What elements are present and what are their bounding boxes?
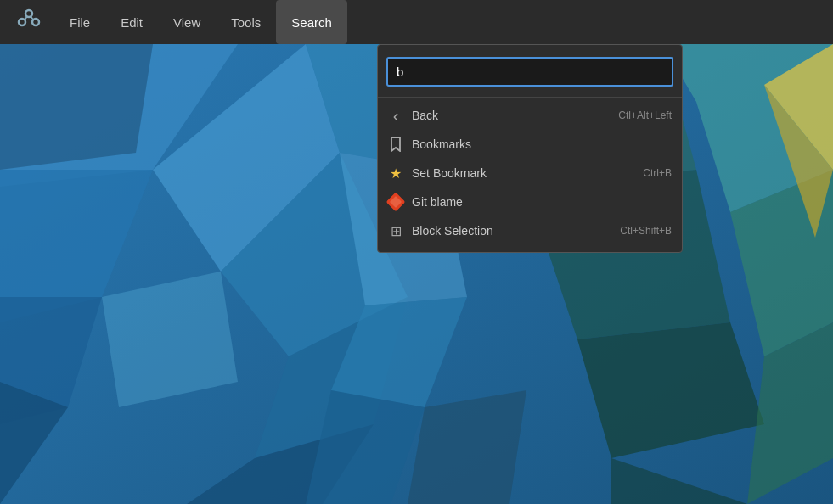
item-label-set-bookmark: Set Bookmark — [412, 166, 634, 180]
svg-point-27 — [32, 19, 39, 25]
menu-item-git-blame[interactable]: Git blame — [378, 188, 682, 216]
git-icon — [388, 194, 403, 210]
item-label-back: Back — [412, 109, 610, 122]
shortcut-set-bookmark: Ctrl+B — [643, 167, 672, 179]
menu-item-set-bookmark[interactable]: Set Bookmark Ctrl+B — [378, 159, 682, 188]
svg-point-26 — [25, 10, 32, 17]
menu-search[interactable]: Search — [276, 0, 347, 44]
search-input-wrap — [378, 52, 682, 95]
back-icon — [388, 108, 403, 123]
star-icon — [388, 165, 403, 181]
item-label-bookmarks: Bookmarks — [412, 137, 663, 151]
shortcut-back: Ctl+Alt+Left — [618, 109, 672, 121]
dropdown-divider — [378, 97, 682, 98]
menu-item-back[interactable]: Back Ctl+Alt+Left — [378, 101, 682, 130]
menu-file[interactable]: File — [54, 0, 105, 44]
menu-edit[interactable]: Edit — [105, 0, 158, 44]
shortcut-block-selection: Ctl+Shift+B — [620, 225, 672, 237]
menu-item-bookmarks[interactable]: Bookmarks — [378, 130, 682, 159]
bookmarks-icon — [388, 137, 403, 152]
menubar: File Edit View Tools Search — [0, 0, 833, 44]
block-icon — [388, 223, 403, 238]
menu-view[interactable]: View — [158, 0, 216, 44]
menu-tools[interactable]: Tools — [216, 0, 276, 44]
svg-marker-21 — [0, 44, 153, 170]
app-logo — [10, 3, 48, 41]
search-dropdown: Back Ctl+Alt+Left Bookmarks Set Bookmark… — [377, 44, 683, 253]
menu-item-block-selection[interactable]: Block Selection Ctl+Shift+B — [378, 216, 682, 245]
svg-marker-23 — [408, 390, 526, 504]
search-input[interactable] — [386, 57, 673, 87]
item-label-git-blame: Git blame — [412, 195, 663, 209]
item-label-block-selection: Block Selection — [412, 224, 611, 238]
